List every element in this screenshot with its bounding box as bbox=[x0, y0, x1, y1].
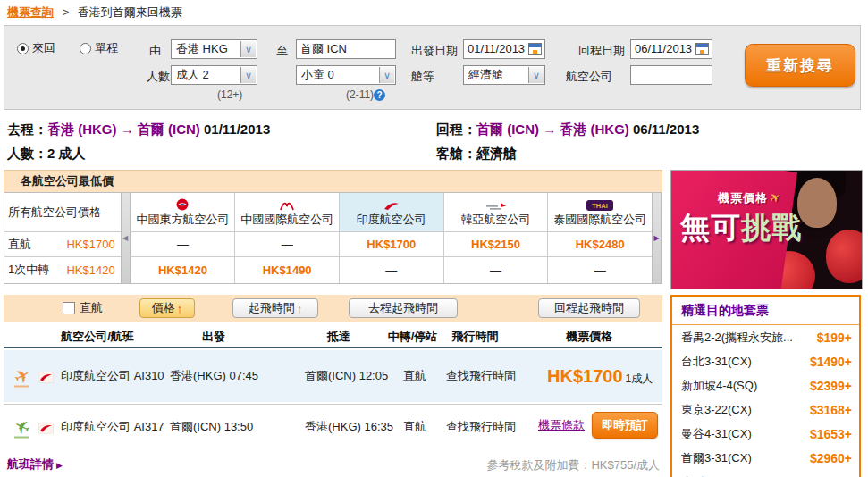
deal-item[interactable]: 台北3-31(CX) $1490+ bbox=[672, 349, 859, 373]
return-date-label: 回程日期 bbox=[578, 43, 625, 59]
find-duration-link[interactable]: 查找飛行時間 bbox=[446, 368, 516, 384]
deal-destination[interactable]: 番禺2-2(攜程永安旅... bbox=[681, 330, 793, 346]
airline-column-air-china[interactable]: 中國國際航空公司 — HK$1490 bbox=[234, 193, 339, 283]
depart-date-field[interactable]: 01/11/2013 bbox=[463, 39, 545, 59]
sort-time-button[interactable]: 起飛時間↑ bbox=[232, 298, 318, 318]
deal-item[interactable]: 番禺2-2(攜程永安旅... $199+ bbox=[672, 325, 859, 349]
deal-destination[interactable]: 東京3-22(CX) bbox=[681, 402, 752, 418]
featured-deals-title: 精選目的地套票 bbox=[672, 297, 859, 325]
airline-column-asiana[interactable]: 韓亞航空公司 HK$2150 — bbox=[443, 193, 548, 283]
sort-inbound-time-button[interactable]: 回程起飛時間 bbox=[538, 298, 640, 318]
flight-airline: 印度航空公司 AI310 bbox=[61, 368, 164, 384]
radio-oneway-label: 單程 bbox=[95, 40, 118, 56]
flight-stops: 直航 bbox=[403, 419, 426, 435]
outbound-route: 香港 (HKG) → 首爾 (ICN) bbox=[47, 121, 200, 137]
book-now-button[interactable]: 即時預訂 bbox=[592, 412, 658, 439]
adult-select[interactable]: 成人 2 ∨ bbox=[171, 65, 257, 85]
promo-headline: 無可挑戰 bbox=[680, 208, 802, 248]
scroll-left-strip[interactable]: ◀ bbox=[121, 193, 131, 283]
deal-item[interactable]: 新加坡4-4(SQ) $2399+ bbox=[672, 373, 859, 398]
all-airlines-header: 所有航空公司價格 bbox=[4, 193, 121, 232]
flight-icons: ✈ bbox=[14, 417, 54, 436]
child-age-hint: (2-11)? bbox=[346, 88, 385, 101]
deal-item[interactable]: 東京3-22(CX) $3168+ bbox=[672, 398, 859, 422]
checkbox-icon[interactable] bbox=[63, 302, 75, 314]
search-button[interactable]: 重新搜尋 bbox=[745, 44, 855, 87]
child-select[interactable]: 小童 0 ∨ bbox=[296, 65, 396, 85]
chevron-down-icon[interactable]: ∨ bbox=[240, 41, 256, 57]
deal-destination[interactable]: 曼谷4-31(CX) bbox=[681, 426, 752, 442]
asiana-direct-price: HK$2150 bbox=[444, 232, 548, 257]
ticket-terms-link[interactable]: 機票條款 bbox=[538, 417, 585, 433]
radio-roundtrip[interactable]: 來回 bbox=[17, 40, 55, 56]
breadcrumb-separator: > bbox=[63, 5, 70, 19]
tax-note: 參考稅款及附加費：HK$755/成人 bbox=[375, 457, 660, 473]
radio-roundtrip-circle[interactable] bbox=[17, 43, 29, 54]
to-input[interactable] bbox=[296, 39, 396, 59]
airline-input[interactable] bbox=[630, 65, 712, 85]
chevron-down-icon[interactable]: ∨ bbox=[528, 67, 544, 83]
flight-depart: 首爾(ICN) 13:50 bbox=[170, 419, 253, 435]
promo-banner[interactable]: 機票價格✈ 無可挑戰 bbox=[670, 170, 863, 289]
sort-price-button[interactable]: 價格↑ bbox=[139, 298, 195, 318]
flight-details-label: 航班詳情 bbox=[7, 457, 54, 471]
flight-arrive: 香港(HKG) 16:35 bbox=[305, 419, 393, 435]
breadcrumb-link-flight-search[interactable]: 機票查詢 bbox=[7, 5, 54, 19]
filter-bar: 直航 價格↑ 起飛時間↑ 去程起飛時間 回程起飛時間 bbox=[4, 295, 662, 322]
airline-column-air-india[interactable]: 印度航空公司 HK$1700 — bbox=[339, 193, 443, 283]
sort-time-label: 起飛時間 bbox=[249, 300, 295, 316]
comparison-title: 各航空公司最低價 bbox=[4, 170, 662, 192]
featured-deals-panel: 精選目的地套票 番禺2-2(攜程永安旅... $199+ 台北3-31(CX) … bbox=[670, 295, 861, 477]
cabin-select[interactable]: 經濟艙 ∨ bbox=[463, 65, 545, 85]
fare-unit: 1成人 bbox=[626, 372, 653, 385]
search-form: 來回 單程 由 香港 HKG ∨ 至 出發日期 01/11/2013 回程日期 … bbox=[4, 25, 861, 110]
help-icon[interactable]: ? bbox=[374, 89, 385, 101]
scroll-right-strip[interactable]: ▶ bbox=[652, 193, 662, 283]
deal-item[interactable]: 大阪3-8(CX) $3306+ bbox=[672, 470, 859, 477]
deal-item[interactable]: 首爾3-31(CX) $2960+ bbox=[672, 446, 859, 470]
depart-date-value: 01/11/2013 bbox=[468, 42, 525, 55]
deal-destination[interactable]: 大阪3-8(CX) bbox=[681, 474, 746, 477]
transfer-row-label: 1次中轉 HK$1420 bbox=[4, 257, 121, 282]
direct-only-checkbox[interactable]: 直航 bbox=[63, 300, 103, 316]
landing-plane-icon: ✈ bbox=[11, 414, 33, 439]
svg-text:THAI: THAI bbox=[592, 202, 608, 210]
deal-destination[interactable]: 台北3-31(CX) bbox=[681, 354, 752, 370]
flight-row-inbound[interactable]: ✈ 印度航空公司 AI317 首爾(ICN) 13:50 香港(HKG) 16:… bbox=[4, 404, 662, 448]
deal-price: $3168+ bbox=[810, 403, 852, 417]
detail-arrow-icon: ▶ bbox=[56, 461, 63, 470]
scroll-left-icon[interactable]: ◀ bbox=[122, 234, 128, 242]
find-duration-link[interactable]: 查找飛行時間 bbox=[446, 419, 516, 435]
promo-image bbox=[797, 178, 837, 228]
scroll-right-icon[interactable]: ▶ bbox=[653, 234, 659, 242]
pax-summary-label: 人數： bbox=[7, 146, 47, 161]
airline-column-china-eastern[interactable]: 中國東方航空公司 — HK$1420 bbox=[131, 193, 235, 283]
return-date-field[interactable]: 06/11/2013 bbox=[630, 39, 712, 59]
outbound-label: 去程： bbox=[7, 121, 47, 137]
pax-summary: 人數：2 成人 bbox=[7, 146, 86, 163]
from-select[interactable]: 香港 HKG ∨ bbox=[171, 39, 257, 59]
all-direct-price: HK$1700 bbox=[66, 238, 114, 251]
chevron-down-icon[interactable]: ∨ bbox=[240, 67, 256, 83]
flight-details-link[interactable]: 航班詳情▶ bbox=[7, 456, 63, 473]
asiana-transfer-price: — bbox=[444, 257, 548, 282]
airline-column-thai[interactable]: THAI 泰國國際航空公司 HK$2480 — bbox=[547, 193, 652, 283]
deal-destination[interactable]: 新加坡4-4(SQ) bbox=[681, 378, 757, 394]
transfer-label: 1次中轉 bbox=[8, 262, 49, 278]
deal-price: $1490+ bbox=[810, 355, 852, 369]
sort-outbound-time-button[interactable]: 去程起飛時間 bbox=[349, 298, 458, 318]
radio-oneway-circle[interactable] bbox=[80, 43, 91, 54]
adult-age-hint: (12+) bbox=[217, 88, 242, 101]
calendar-icon[interactable] bbox=[695, 43, 709, 55]
boxing-glove-icon bbox=[826, 230, 863, 283]
sort-outbound-time-label: 去程起飛時間 bbox=[368, 300, 438, 316]
flight-row-outbound[interactable]: ✈ 印度航空公司 AI310 香港(HKG) 07:45 首爾(ICN) 12:… bbox=[4, 350, 662, 402]
deal-destination[interactable]: 首爾3-31(CX) bbox=[681, 450, 752, 466]
calendar-icon[interactable] bbox=[528, 43, 542, 55]
inbound-route: 首爾 (ICN) → 香港 (HKG) bbox=[476, 121, 629, 137]
deal-item[interactable]: 曼谷4-31(CX) $1653+ bbox=[672, 422, 859, 446]
direct-row-label: 直航 HK$1700 bbox=[4, 232, 121, 257]
radio-oneway[interactable]: 單程 bbox=[80, 40, 118, 56]
chevron-down-icon[interactable]: ∨ bbox=[379, 67, 394, 83]
thai-airways-logo-icon: THAI bbox=[586, 197, 614, 212]
